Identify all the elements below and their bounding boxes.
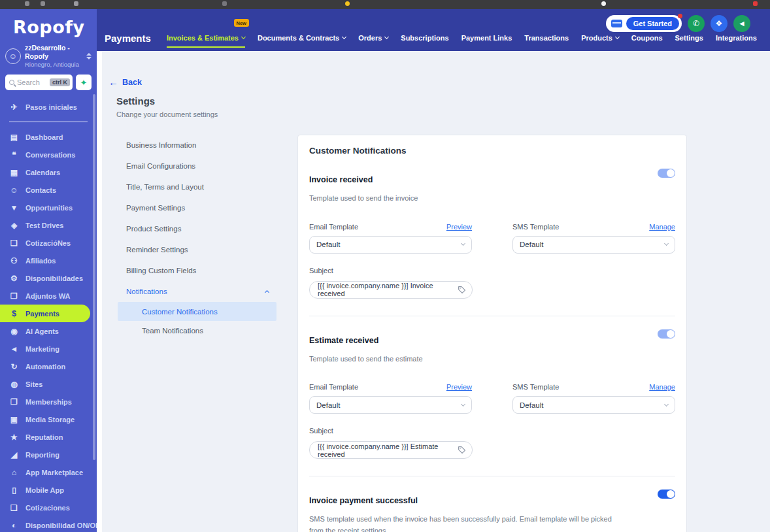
launchpad-icon[interactable]: ❖ <box>711 15 728 32</box>
subject-input[interactable]: [{{ invoice.company.name }}] Estimate re… <box>309 441 473 459</box>
back-button[interactable]: ← Back <box>109 77 142 87</box>
settings-menu-label: Payment Settings <box>126 204 185 212</box>
manage-link[interactable]: Manage <box>649 223 675 231</box>
tab-transactions[interactable]: Transactions <box>524 25 569 51</box>
search-shortcut-badge: ctrl K <box>50 78 70 86</box>
sidebar-item-mobile-app[interactable]: ▯Mobile App <box>0 481 97 499</box>
toggle-estimate-received[interactable] <box>658 329 675 339</box>
sidebar-item-app-marketplace[interactable]: ⌂App Marketplace <box>0 463 97 481</box>
sidebar-item-reporting[interactable]: ◢Reporting <box>0 446 97 463</box>
sidebar-item-sites[interactable]: ◍Sites <box>0 375 97 393</box>
get-started-button[interactable]: Get Started <box>606 15 682 32</box>
search-input[interactable]: Search ctrl K <box>5 75 73 90</box>
subject-input[interactable]: [{{ invoice.company.name }}] Invoice rec… <box>309 281 473 299</box>
section-invoice-payment-successful: Invoice payment successfulSMS template u… <box>309 476 675 532</box>
section-invoice-received: Invoice receivedTemplate used to send th… <box>309 156 675 299</box>
favicon <box>222 1 227 6</box>
tab-label: Documents & Contracts <box>258 34 339 42</box>
active-tab-underline <box>167 46 245 48</box>
tab-invoices-estimates[interactable]: Invoices & EstimatesNew <box>167 25 245 51</box>
sidebar-item-disponibilidades[interactable]: ⚙Disponibilidades <box>0 269 97 287</box>
sidebar-item-media-storage[interactable]: ▣Media Storage <box>0 410 97 428</box>
sidebar-item-contacts[interactable]: ☺Contacts <box>0 181 97 199</box>
sidebar-item-cotizaciones[interactable]: ❑Cotizaciones <box>0 499 97 516</box>
email-template-field: Email TemplatePreviewDefault <box>309 383 472 414</box>
subject-value: [{{ invoice.company.name }}] Estimate re… <box>318 442 458 458</box>
page-subtitle: Change your document settings <box>116 110 770 118</box>
favicon <box>41 1 45 6</box>
notifications-panel: Customer Notifications Invoice receivedT… <box>297 135 687 532</box>
sidebar-scrollbar[interactable] <box>93 94 95 460</box>
phone-icon[interactable]: ✆ <box>688 15 705 32</box>
chevron-down-icon <box>384 35 389 39</box>
settings-menu-label: Billing Custom Fields <box>126 267 196 274</box>
sidebar-item-afiliados[interactable]: ⚇Afiliados <box>0 252 97 269</box>
sms-template-select[interactable]: Default <box>512 396 675 414</box>
sidebar-item-pasos-iniciales[interactable]: ✈Pasos iniciales <box>0 98 97 116</box>
contacts-icon: ☺ <box>9 186 19 195</box>
settings-menu-item-team-notifications[interactable]: Team Notifications <box>118 321 276 340</box>
sidebar-item-label: Test Drives <box>25 222 64 229</box>
sparkle-icon[interactable]: ✦ <box>76 75 92 90</box>
settings-menu-item-payment-settings[interactable]: Payment Settings <box>118 197 276 218</box>
sidebar-item-automation[interactable]: ↻Automation <box>0 357 97 375</box>
sidebar-item-cotizaci-nes[interactable]: ❏CotizacióNes <box>0 234 97 252</box>
calendar-icon: ▦ <box>9 168 19 177</box>
settings-menu-item-product-settings[interactable]: Product Settings <box>118 218 276 239</box>
quote-icon: ❑ <box>9 503 19 512</box>
settings-menu-item-notifications[interactable]: Notifications <box>118 281 276 302</box>
section-description: SMS template used when the invoice has b… <box>309 514 616 532</box>
sidebar-item-opportunities[interactable]: ▼Opportunities <box>0 199 97 216</box>
app-logo: Ropofy <box>0 9 97 37</box>
sidebar-item-reputation[interactable]: ★Reputation <box>0 428 97 446</box>
sidebar-item-adjuntos-wa[interactable]: ❒Adjuntos WA <box>0 287 97 305</box>
tab-orders[interactable]: Orders <box>358 25 388 51</box>
settings-menu-item-business-information[interactable]: Business Information <box>118 135 276 156</box>
manage-link[interactable]: Manage <box>649 383 675 391</box>
settings-menu-item-billing-custom-fields[interactable]: Billing Custom Fields <box>118 260 276 281</box>
sidebar-item-test-drives[interactable]: ◈Test Drives <box>0 216 97 234</box>
sidebar-item-ai-agents[interactable]: ◉AI Agents <box>0 322 97 340</box>
preview-link[interactable]: Preview <box>446 383 472 391</box>
section-description: Template used to send the estimate <box>309 354 616 365</box>
favicon <box>601 1 606 6</box>
tab-subscriptions[interactable]: Subscriptions <box>401 25 448 51</box>
tab-documents-contracts[interactable]: Documents & Contracts <box>258 25 346 51</box>
megaphone-icon[interactable]: ◄ <box>733 15 750 32</box>
sidebar-item-memberships[interactable]: ❐Memberships <box>0 393 97 410</box>
email-template-select[interactable]: Default <box>309 396 472 414</box>
toggle-knob <box>667 169 675 177</box>
sidebar-item-label: Reputation <box>25 433 63 441</box>
tag-icon[interactable] <box>458 446 466 454</box>
tab-payment-links[interactable]: Payment Links <box>461 25 512 51</box>
sidebar-item-calendars[interactable]: ▦Calendars <box>0 163 97 181</box>
sidebar-item-conversations[interactable]: ❝Conversations <box>0 146 97 163</box>
sidebar-item-marketing[interactable]: ◄Marketing <box>0 340 97 357</box>
favicon <box>345 1 350 6</box>
chevron-down-icon <box>615 35 620 39</box>
email-template-select[interactable]: Default <box>309 236 472 254</box>
toggle-invoice-payment-successful[interactable] <box>658 490 675 499</box>
rocket-icon: ✈ <box>9 103 19 112</box>
sidebar-item-label: Afiliados <box>25 257 56 265</box>
tag-icon[interactable] <box>458 286 466 294</box>
settings-menu-item-reminder-settings[interactable]: Reminder Settings <box>118 239 276 260</box>
settings-menu-item-customer-notifications[interactable]: Customer Notifications <box>118 302 276 321</box>
account-chevrons-icon[interactable] <box>86 53 93 59</box>
back-label: Back <box>122 78 142 87</box>
toggle-invoice-received[interactable] <box>658 169 675 178</box>
account-switcher[interactable]: ☺ zzDesarrollo - Ropofy Rionegro, Antioq… <box>5 44 93 68</box>
sidebar-item-label: Opportunities <box>25 204 73 212</box>
tab-label: Integrations <box>716 34 757 42</box>
panel-title: Customer Notifications <box>309 146 675 156</box>
preview-link[interactable]: Preview <box>446 223 472 231</box>
sms-template-select[interactable]: Default <box>512 236 675 254</box>
settings-menu-item-title-terms-and-layout[interactable]: Title, Terms and Layout <box>118 176 276 197</box>
settings-menu-item-email-configurations[interactable]: Email Configurations <box>118 156 276 176</box>
sidebar-item-dashboard[interactable]: ▤Dashboard <box>0 128 97 146</box>
tab-label: Products <box>581 34 612 42</box>
settings-menu-label: Business Information <box>126 141 196 149</box>
sidebar-item-disponibilidad-on-off[interactable]: ◐Disponibilidad ON/OFF <box>0 516 97 532</box>
sidebar-item-payments[interactable]: $Payments <box>0 305 90 322</box>
sidebar-item-label: Disponibilidad ON/OFF <box>25 522 97 529</box>
